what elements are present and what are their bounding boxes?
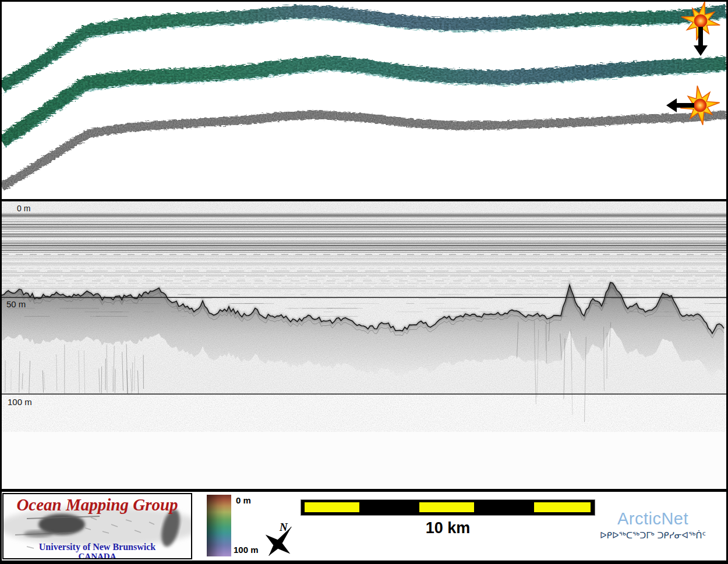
north-label: N: [280, 521, 288, 534]
omg-title: Ocean Mapping Group: [3, 495, 191, 515]
track-swaths-graphic: [2, 2, 726, 199]
depth-label-0m: 0 m: [17, 204, 30, 213]
scale-bar-segment: [419, 502, 474, 512]
ocean-mapping-group-logo: Ocean Mapping Group University of New Br…: [2, 493, 192, 559]
backscatter-swath-south: [2, 115, 726, 187]
depth-color-scale: [207, 495, 231, 556]
omg-university: University of New Brunswick: [3, 542, 191, 552]
arcticnet-name: ArcticNet: [578, 509, 727, 528]
scale-bar-label: 10 km: [301, 519, 595, 537]
footer-panel: Ocean Mapping Group University of New Br…: [2, 492, 726, 561]
depth-scale-bottom-label: 100 m: [234, 545, 259, 555]
track-map-panel: [2, 2, 726, 199]
scale-bar: [301, 500, 595, 515]
left-arrow-icon: [666, 98, 694, 112]
arcticnet-logo: ArcticNet ᐅᑭᐅᖅᑕᖅᑐᒥᒃ ᑐᑭᓯᓂᐊᖅᑏᑦ: [578, 509, 727, 541]
bathymetry-swath-middle: [2, 63, 726, 149]
scale-bar-segment: [305, 502, 359, 512]
survey-figure: 0 m 50 m 100 m: [0, 0, 728, 564]
arcticnet-inuktitut-text: ᐅᑭᐅᖅᑕᖅᑐᒥᒃ ᑐᑭᓯᓂᐊᖅᑏᑦ: [578, 530, 727, 541]
omg-country: CANADA: [3, 552, 191, 559]
depth-label-50m: 50 m: [6, 299, 26, 309]
echogram-graphic: [2, 201, 726, 489]
echogram-panel: 0 m 50 m 100 m: [2, 201, 726, 489]
depth-scale-top-label: 0 m: [236, 495, 251, 505]
depth-label-100m: 100 m: [8, 397, 32, 407]
